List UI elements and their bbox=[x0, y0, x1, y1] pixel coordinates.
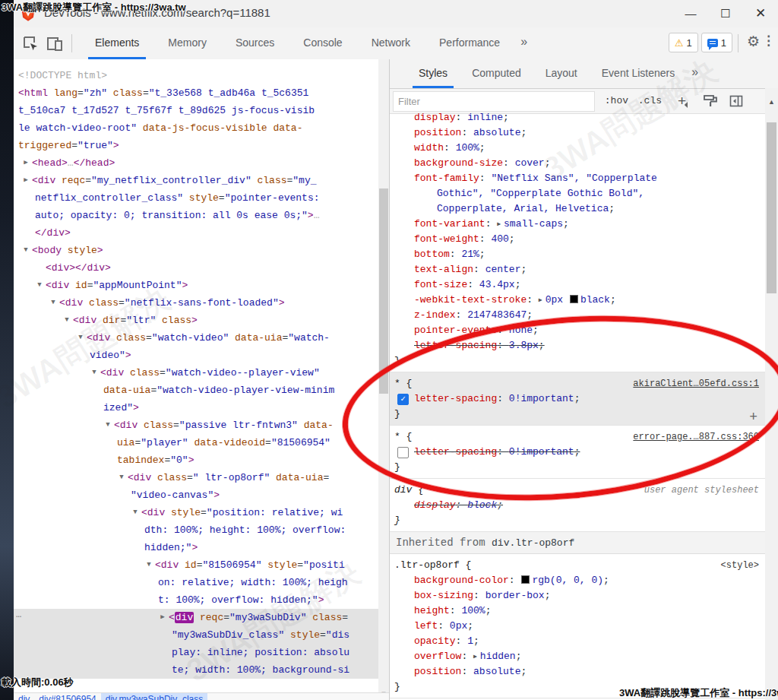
tab-memory[interactable]: Memory bbox=[153, 27, 221, 59]
css-declaration[interactable]: height: 100%; bbox=[394, 603, 761, 619]
expand-value-icon[interactable]: ▶ bbox=[497, 220, 501, 227]
sidebar-tab-styles[interactable]: Styles bbox=[406, 59, 460, 88]
expanded-arrow-icon[interactable]: ▼ bbox=[62, 312, 71, 329]
tree-line[interactable]: dth: 100%; height: 100%; overflow: bbox=[14, 521, 378, 539]
tree-line[interactable]: ▼<div class=" ltr-op8orf" data-uia= bbox=[14, 469, 378, 486]
tree-line[interactable]: "my3waSubDiv_class" style="dis bbox=[14, 626, 389, 644]
tree-line[interactable]: t: 100%; overflow: hidden;"> bbox=[14, 591, 378, 609]
color-swatch[interactable] bbox=[570, 295, 578, 303]
css-declaration[interactable]: position: absolute; bbox=[394, 125, 761, 141]
more-options-icon[interactable]: ⋮ bbox=[762, 33, 775, 49]
tree-line[interactable]: hidden;"> bbox=[14, 539, 378, 556]
tree-line[interactable]: tabindex="0"> bbox=[14, 451, 378, 469]
expanded-arrow-icon[interactable]: ▼ bbox=[144, 556, 153, 574]
css-declaration[interactable]: background-size: cover; bbox=[394, 156, 761, 171]
settings-gear-icon[interactable]: ⚙ bbox=[747, 33, 760, 50]
toggle-hov-button[interactable]: :hov bbox=[605, 89, 628, 113]
expanded-arrow-icon[interactable]: ▼ bbox=[117, 469, 126, 486]
css-declaration[interactable]: bottom: 21%; bbox=[394, 247, 761, 262]
tree-line[interactable]: ▼<div id="81506954" style="positi bbox=[14, 556, 378, 574]
tab-network[interactable]: Network bbox=[357, 27, 425, 59]
style-rule[interactable]: * {akiraClient…05efd.css:1letter-spacing… bbox=[390, 372, 765, 426]
checkbox-checked-icon[interactable] bbox=[397, 394, 409, 405]
checkbox-unchecked-icon[interactable] bbox=[397, 447, 409, 458]
inherited-selector-link[interactable]: div.ltr-op8orf bbox=[492, 537, 574, 549]
tree-line[interactable]: video"> bbox=[14, 347, 378, 364]
tree-line[interactable]: le watch-video-root" data-js-focus-visib… bbox=[14, 119, 378, 137]
tree-line[interactable]: <html lang="zh" class="t_33e568 t_adb46a… bbox=[14, 84, 378, 102]
tree-line[interactable]: auto; opacity: 0; transition: all 0s eas… bbox=[14, 207, 378, 224]
device-toolbar-icon[interactable] bbox=[46, 34, 64, 52]
tab-elements[interactable]: Elements bbox=[81, 27, 153, 59]
warning-badge[interactable]: ⚠1 bbox=[669, 33, 698, 52]
css-declaration[interactable]: display: inline; bbox=[394, 113, 761, 125]
minimize-button[interactable]: — bbox=[673, 0, 708, 27]
tree-line[interactable]: ▶<head>…</head> bbox=[14, 154, 378, 172]
insert-declaration-button[interactable]: + bbox=[749, 410, 757, 425]
maximize-button[interactable]: ☐ bbox=[708, 0, 743, 27]
more-sidebar-tabs-icon[interactable]: » bbox=[687, 59, 703, 88]
tree-line[interactable]: uia="player" data-videoid="81506954" bbox=[14, 434, 378, 451]
inspect-element-icon[interactable] bbox=[21, 34, 40, 52]
expanded-arrow-icon[interactable]: ▼ bbox=[76, 329, 85, 347]
expanded-arrow-icon[interactable]: ▼ bbox=[131, 504, 140, 521]
tree-line[interactable]: play: inline; position: absolu bbox=[14, 644, 389, 661]
tree-line[interactable]: "video-canvas"> bbox=[14, 486, 378, 504]
css-declaration[interactable]: box-sizing: border-box; bbox=[394, 588, 761, 603]
sidebar-toggle-icon[interactable] bbox=[729, 93, 744, 109]
css-declaration[interactable]: font-variant: ▶small-caps; bbox=[394, 217, 761, 232]
sidebar-tab-event-listeners[interactable]: Event Listeners bbox=[590, 59, 688, 88]
paint-roller-icon[interactable] bbox=[703, 93, 718, 109]
color-swatch[interactable] bbox=[521, 575, 530, 584]
tree-line[interactable]: ▼<div class="netflix-sans-font-loaded"> bbox=[14, 294, 378, 312]
tree-line[interactable]: <!DOCTYPE html> bbox=[14, 67, 378, 84]
new-style-rule-button[interactable]: + bbox=[678, 89, 686, 113]
collapsed-arrow-icon[interactable]: ▶ bbox=[21, 154, 30, 172]
tree-line[interactable]: ▼<div class="passive ltr-fntwn3" data- bbox=[14, 417, 378, 434]
tree-line[interactable]: ▼<div style="position: relative; wi bbox=[14, 504, 378, 521]
css-declaration[interactable]: font-size: 43.4px; bbox=[394, 277, 761, 293]
css-declaration[interactable]: left: 0px; bbox=[394, 619, 761, 634]
tree-line[interactable]: ▼<div id="appMountPoint"> bbox=[14, 277, 378, 294]
css-declaration[interactable]: -webkit-text-stroke: ▶0px black; bbox=[394, 293, 761, 308]
css-declaration[interactable]: opacity: 1; bbox=[394, 634, 761, 649]
sidebar-tab-layout[interactable]: Layout bbox=[533, 59, 590, 88]
scroll-up-icon[interactable]: ▲ bbox=[765, 96, 778, 108]
scrollbar-thumb[interactable] bbox=[767, 122, 776, 293]
tree-line[interactable]: ▶<div reqc="my_netflix_controller_div" c… bbox=[14, 172, 378, 189]
css-declaration[interactable]: pointer-events: none; bbox=[394, 323, 761, 338]
expanded-arrow-icon[interactable]: ▼ bbox=[103, 417, 112, 434]
css-declaration[interactable]: width: 100%; bbox=[394, 141, 761, 156]
tree-line[interactable]: ▼<body style> bbox=[14, 242, 378, 259]
tree-line[interactable]: data-uia="watch-video-player-view-minim bbox=[14, 382, 378, 399]
scrollbar-thumb[interactable] bbox=[379, 188, 388, 394]
tree-line[interactable]: triggered="true"> bbox=[14, 137, 378, 154]
css-declaration[interactable]: letter-spacing: 0!important; bbox=[394, 391, 761, 407]
tree-line[interactable]: on: relative; width: 100%; heigh bbox=[14, 574, 378, 591]
tab-console[interactable]: Console bbox=[289, 27, 356, 59]
css-declaration[interactable]: display: block; bbox=[394, 498, 761, 513]
close-button[interactable]: ✕ bbox=[743, 0, 778, 27]
css-declaration[interactable]: font-family: "Netflix Sans", "Copperplat… bbox=[394, 171, 761, 217]
stylesheet-source-link[interactable]: akiraClient…05efd.css:1 bbox=[633, 376, 759, 391]
expanded-arrow-icon[interactable]: ▼ bbox=[35, 277, 44, 294]
css-declaration[interactable]: text-align: center; bbox=[394, 262, 761, 277]
stylesheet-source-link[interactable]: error-page.…887.css:360 bbox=[633, 429, 759, 445]
filter-input[interactable]: Filter bbox=[393, 91, 595, 112]
expand-value-icon[interactable]: ▶ bbox=[473, 653, 477, 660]
elements-scrollbar[interactable]: ▼ bbox=[378, 59, 389, 700]
style-rule[interactable]: .ltr-op8orf {<style>background-color: rg… bbox=[390, 554, 765, 698]
tree-line[interactable]: netflix_controller_class" style="pointer… bbox=[14, 189, 378, 207]
tree-line[interactable]: ▼<div dir="ltr" class> bbox=[14, 312, 378, 329]
tree-line[interactable]: </div> bbox=[14, 224, 378, 242]
tree-line[interactable]: …▶<div reqc="my3waSubDiv" class= bbox=[14, 609, 389, 626]
breadcrumb-item[interactable]: div.my3waSubDiv_class bbox=[101, 693, 208, 700]
collapsed-arrow-icon[interactable]: ▶ bbox=[158, 609, 167, 626]
css-declaration[interactable]: letter-spacing: 0!important; bbox=[394, 445, 761, 460]
expanded-arrow-icon[interactable]: ▼ bbox=[90, 364, 99, 382]
css-declaration[interactable]: overflow: ▶hidden; bbox=[394, 649, 761, 664]
style-rule[interactable]: div {user agent stylesheetdisplay: block… bbox=[390, 479, 765, 532]
collapsed-arrow-icon[interactable]: ▶ bbox=[21, 172, 30, 189]
tab-performance[interactable]: Performance bbox=[425, 27, 514, 59]
sidebar-tab-computed[interactable]: Computed bbox=[460, 59, 533, 88]
